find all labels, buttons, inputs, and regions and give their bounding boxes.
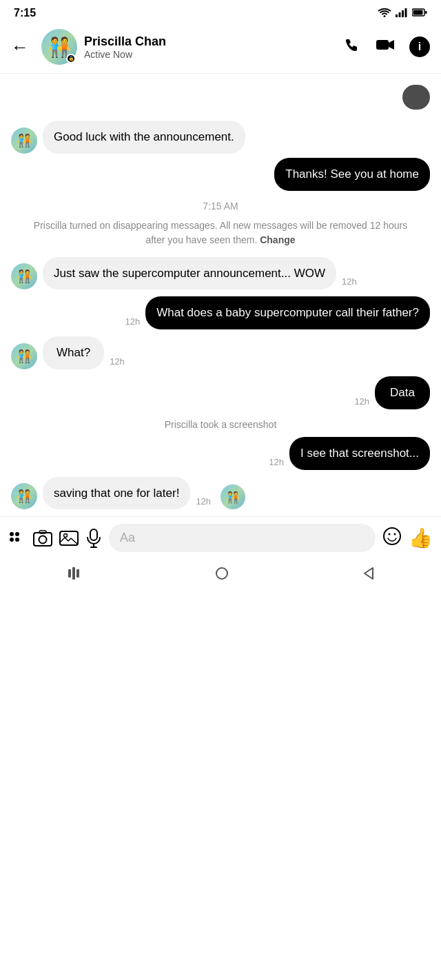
- emoji-button[interactable]: [382, 527, 402, 550]
- message-bubble: What?: [43, 336, 104, 369]
- message-bubble: What does a baby supercomputer call thei…: [145, 296, 430, 329]
- message-bubble: Just saw the supercomputer announcement.…: [43, 257, 336, 290]
- svg-rect-25: [72, 567, 75, 580]
- svg-rect-16: [60, 531, 78, 545]
- mic-icon-button[interactable]: [85, 529, 102, 548]
- svg-point-23: [394, 533, 396, 535]
- input-row: Aa 👍: [8, 524, 433, 552]
- menu-icon-button[interactable]: [8, 531, 26, 546]
- svg-point-21: [384, 528, 400, 544]
- svg-point-17: [64, 533, 68, 537]
- svg-rect-27: [216, 568, 227, 579]
- svg-rect-3: [402, 10, 404, 17]
- prev-message-stub: [11, 85, 430, 110]
- message-row: Thanks! See you at home: [11, 158, 430, 191]
- svg-point-22: [389, 533, 391, 535]
- status-icons: [378, 7, 427, 19]
- svg-point-14: [39, 535, 47, 543]
- message-bubble: Data: [375, 376, 430, 409]
- call-button[interactable]: [343, 36, 361, 58]
- info-button[interactable]: i: [409, 37, 430, 57]
- svg-rect-8: [376, 40, 389, 50]
- back-button[interactable]: ←: [11, 34, 34, 61]
- change-link[interactable]: Change: [260, 234, 295, 245]
- header-actions: i: [343, 36, 430, 58]
- user-avatar-small: 🧑‍🤝‍🧑: [220, 484, 245, 509]
- camera-icon-button[interactable]: [33, 529, 52, 547]
- contact-status: Active Now: [84, 49, 336, 60]
- svg-point-10: [15, 532, 19, 536]
- status-time: 7:15: [14, 7, 36, 19]
- message-time: 12h: [269, 457, 284, 467]
- message-row: 🧑‍🤝‍🧑 Good luck with the announcement.: [11, 121, 430, 154]
- thumbs-up-button[interactable]: 👍: [409, 527, 433, 549]
- message-time: 12h: [125, 316, 140, 327]
- time-divider: 7:15 AM: [11, 201, 430, 212]
- message-input[interactable]: Aa: [109, 524, 376, 552]
- svg-rect-7: [425, 11, 427, 14]
- chat-area: 🧑‍🤝‍🧑 Good luck with the announcement. T…: [0, 74, 441, 509]
- svg-rect-24: [68, 569, 71, 578]
- message-row: 🧑‍🤝‍🧑 What? 12h: [11, 336, 430, 369]
- contact-avatar-wrap[interactable]: 🧑‍🤝‍🧑 🔒: [41, 29, 77, 65]
- svg-rect-6: [413, 10, 423, 15]
- chat-header: ← 🧑‍🤝‍🧑 🔒 Priscilla Chan Active Now i: [0, 23, 441, 74]
- status-bar: 7:15: [0, 0, 441, 23]
- message-row: 🧑‍🤝‍🧑 saving that one for later! 12h 🧑‍🤝…: [11, 477, 430, 510]
- home-nav-button[interactable]: [214, 566, 229, 585]
- message-bubble: Thanks! See you at home: [274, 158, 430, 191]
- prev-bubble: [402, 85, 430, 110]
- video-call-button[interactable]: [375, 36, 396, 58]
- contact-name: Priscilla Chan: [84, 34, 336, 49]
- message-row: 12h Data: [11, 376, 430, 409]
- message-bubble: Good luck with the announcement.: [43, 121, 245, 154]
- input-bar: Aa 👍: [0, 516, 441, 558]
- svg-point-0: [384, 15, 386, 17]
- battery-icon: [412, 7, 427, 19]
- screenshot-notice: Priscilla took a screenshot: [11, 419, 430, 430]
- image-icon-button[interactable]: [59, 529, 79, 547]
- back-nav-button[interactable]: [66, 566, 81, 585]
- contact-avatar-msg: 🧑‍🤝‍🧑: [11, 343, 37, 369]
- message-placeholder: Aa: [120, 531, 135, 545]
- svg-point-11: [10, 538, 14, 542]
- message-time: 12h: [342, 276, 357, 287]
- active-status-badge: 🔒: [66, 54, 76, 63]
- svg-rect-18: [90, 529, 97, 540]
- svg-rect-4: [405, 8, 407, 17]
- recent-nav-button[interactable]: [362, 566, 375, 585]
- message-row: 🧑‍🤝‍🧑 Just saw the supercomputer announc…: [11, 257, 430, 290]
- message-row: 12h What does a baby supercomputer call …: [11, 296, 430, 329]
- message-time: 12h: [196, 496, 211, 507]
- wifi-icon: [378, 8, 391, 19]
- contact-avatar-msg: 🧑‍🤝‍🧑: [11, 127, 37, 154]
- contact-info: Priscilla Chan Active Now: [84, 34, 336, 60]
- svg-point-12: [15, 538, 19, 542]
- message-time: 12h: [354, 396, 369, 407]
- svg-point-9: [10, 532, 14, 536]
- contact-avatar-msg: 🧑‍🤝‍🧑: [11, 483, 37, 509]
- system-message: Priscilla turned on disappearing message…: [32, 218, 409, 247]
- message-row: 12h I see that screenshot...: [11, 437, 430, 470]
- message-bubble: saving that one for later!: [43, 477, 190, 510]
- svg-rect-1: [396, 14, 398, 17]
- message-bubble: I see that screenshot...: [289, 437, 430, 470]
- signal-icon: [396, 8, 408, 19]
- svg-rect-2: [399, 12, 401, 17]
- navigation-bar: [0, 558, 441, 596]
- svg-rect-26: [76, 569, 79, 578]
- message-time: 12h: [110, 356, 125, 367]
- contact-avatar-msg: 🧑‍🤝‍🧑: [11, 263, 37, 289]
